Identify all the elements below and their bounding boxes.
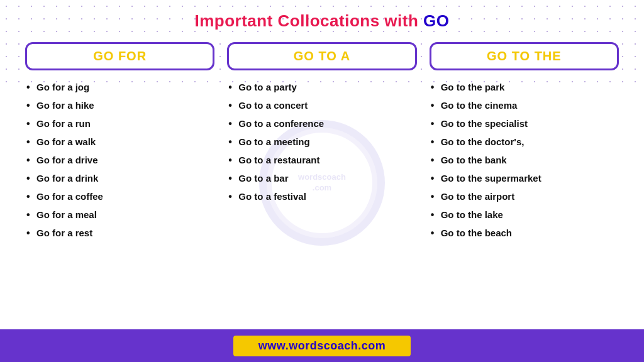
footer: www.wordscoach.com <box>0 329 644 362</box>
column-go-to-a-header: GO TO A <box>227 42 416 70</box>
column-go-for-header-text: GO FOR <box>93 49 147 63</box>
list-item: Go to the beach <box>430 226 619 239</box>
list-item: Go to the lake <box>430 208 619 221</box>
column-go-to-the-header: GO TO THE <box>430 42 619 70</box>
title-blue-part: GO <box>423 11 449 30</box>
content-area: Important Collocations with GO wordscoac… <box>0 0 644 323</box>
list-item: Go to a festival <box>227 190 416 203</box>
list-item: Go to a meeting <box>227 135 416 148</box>
columns-area: wordscoach.com GO FOR Go for a jog Go fo… <box>19 42 625 323</box>
list-item: Go for a jog <box>25 80 214 94</box>
list-item: Go to the bank <box>430 153 619 167</box>
column-go-to-the-header-text: GO TO THE <box>487 49 562 63</box>
column-go-to-the: GO TO THE Go to the park Go to the cinem… <box>423 42 625 323</box>
list-item: Go to the specialist <box>430 117 619 130</box>
list-item: Go for a walk <box>25 135 214 148</box>
list-item: Go for a rest <box>25 226 214 239</box>
list-item: Go to a concert <box>227 99 416 112</box>
title-red-part: Important Collocations with <box>194 11 423 30</box>
list-item: Go to a party <box>227 80 416 94</box>
list-item: Go to the airport <box>430 190 619 203</box>
footer-url: www.wordscoach.com <box>258 339 386 352</box>
list-item: Go to the cinema <box>430 99 619 112</box>
column-go-for-list: Go for a jog Go for a hike Go for a run … <box>25 80 214 244</box>
list-item: Go to the doctor's, <box>430 135 619 148</box>
column-go-to-a: GO TO A Go to a party Go to a concert Go… <box>221 42 423 323</box>
column-go-for: GO FOR Go for a jog Go for a hike Go for… <box>19 42 221 323</box>
list-item: Go for a hike <box>25 99 214 112</box>
list-item: Go for a meal <box>25 208 214 221</box>
list-item: Go to the park <box>430 80 619 94</box>
list-item: Go for a coffee <box>25 190 214 203</box>
column-go-to-the-list: Go to the park Go to the cinema Go to th… <box>430 80 619 244</box>
page-title: Important Collocations with GO <box>19 11 625 31</box>
list-item: Go for a drive <box>25 153 214 167</box>
list-item: Go for a drink <box>25 172 214 185</box>
column-go-to-a-header-text: GO TO A <box>294 49 350 63</box>
list-item: Go for a run <box>25 117 214 130</box>
column-go-for-header: GO FOR <box>25 42 214 70</box>
list-item: Go to a conference <box>227 117 416 130</box>
list-item: Go to the supermarket <box>430 172 619 185</box>
column-go-to-a-list: Go to a party Go to a concert Go to a co… <box>227 80 416 208</box>
footer-badge: www.wordscoach.com <box>233 336 411 356</box>
list-item: Go to a bar <box>227 172 416 185</box>
page-wrapper: Important Collocations with GO wordscoac… <box>0 0 644 362</box>
list-item: Go to a restaurant <box>227 153 416 167</box>
